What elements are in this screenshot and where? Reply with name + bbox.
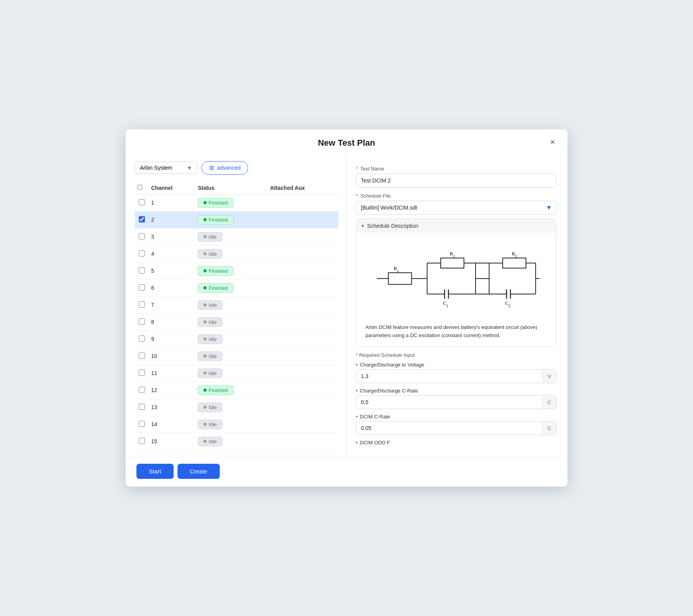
- dcim-odd-f-label: DCIM ODD F: [356, 440, 557, 446]
- channel-table: Channel Status Attached Aux 1 Finished: [135, 182, 338, 450]
- chevron-icon: ▾: [362, 223, 364, 229]
- status-badge: Idle: [198, 232, 222, 242]
- status-badge: Finished: [198, 283, 233, 293]
- channel-checkbox[interactable]: [139, 438, 145, 444]
- channel-checkbox[interactable]: [139, 370, 145, 376]
- channel-status: Finished: [195, 262, 267, 279]
- status-dot-icon: [203, 201, 207, 204]
- new-test-plan-modal: New Test Plan × Arbin System ▼ ⚙ advance…: [126, 129, 567, 487]
- channel-number: 4: [149, 245, 195, 262]
- charge-discharge-crate-input[interactable]: [356, 396, 542, 409]
- channel-status: Idle: [195, 416, 267, 433]
- channel-number: 2: [149, 211, 195, 228]
- channel-checkbox[interactable]: [139, 250, 145, 256]
- status-badge: Finished: [198, 215, 233, 225]
- table-row: 14 Idle: [135, 416, 338, 433]
- status-badge: Idle: [198, 300, 222, 310]
- channel-status: Idle: [195, 313, 267, 330]
- system-row: Arbin System ▼ ⚙ advanced: [135, 161, 338, 175]
- channel-checkbox[interactable]: [139, 233, 145, 239]
- modal-header: New Test Plan ×: [126, 129, 567, 154]
- select-all-checkbox[interactable]: [137, 185, 142, 190]
- channel-checkbox[interactable]: [139, 353, 145, 359]
- channel-status: Idle: [195, 245, 267, 262]
- row-checkbox-cell: [135, 194, 149, 211]
- channel-status: Finished: [195, 279, 267, 296]
- row-checkbox-cell: [135, 279, 149, 296]
- channel-checkbox[interactable]: [139, 284, 145, 291]
- status-dot-icon: [203, 320, 207, 323]
- col-channel: Channel: [149, 182, 195, 194]
- channel-tbody: 1 Finished 2 Finished 3 Idle: [135, 194, 338, 450]
- channel-number: 6: [149, 279, 195, 296]
- channel-checkbox[interactable]: [139, 387, 145, 393]
- left-panel: Arbin System ▼ ⚙ advanced Channel Status: [126, 154, 346, 458]
- channel-status: Idle: [195, 365, 267, 382]
- close-button[interactable]: ×: [547, 136, 558, 148]
- channel-checkbox[interactable]: [139, 199, 145, 205]
- charge-discharge-crate-field: C: [356, 395, 557, 409]
- channel-checkbox[interactable]: [139, 336, 145, 342]
- svg-rect-20: [503, 258, 526, 268]
- attached-aux: [268, 416, 338, 433]
- channel-number: 5: [149, 262, 195, 279]
- row-checkbox-cell: [135, 313, 149, 330]
- table-row: 7 Idle: [135, 296, 338, 313]
- status-badge: Idle: [198, 351, 222, 361]
- create-button[interactable]: Create: [178, 464, 220, 479]
- schedule-desc-header[interactable]: ▾ Schedule Description: [356, 219, 556, 233]
- status-badge: Idle: [198, 437, 222, 446]
- channel-number: 12: [149, 382, 195, 399]
- channel-status: Finished: [195, 382, 267, 399]
- attached-aux: [268, 245, 338, 262]
- status-dot-icon: [203, 235, 207, 238]
- system-select[interactable]: Arbin System ▼: [135, 162, 197, 174]
- status-badge: Finished: [198, 385, 233, 395]
- input-dcim-crate: DCIM C-Rate C: [356, 414, 557, 435]
- attached-aux: [268, 211, 338, 228]
- channel-checkbox[interactable]: [139, 216, 145, 222]
- footer-buttons: Start Create: [126, 457, 567, 487]
- dcim-crate-input[interactable]: [356, 422, 542, 435]
- dropdown-arrow-icon: ▼: [187, 165, 192, 171]
- channel-checkbox[interactable]: [139, 301, 145, 308]
- charge-discharge-voltage-field: V: [356, 369, 557, 383]
- channel-checkbox[interactable]: [139, 267, 145, 274]
- schedule-file-select-wrapper: [BuiltIn] Work/DCIM.sdt ▼: [356, 201, 557, 215]
- circuit-diagram: Rs R1: [365, 240, 547, 317]
- channel-status: Idle: [195, 399, 267, 416]
- row-checkbox-cell: [135, 365, 149, 382]
- svg-text:R1: R1: [450, 251, 455, 258]
- svg-rect-0: [388, 273, 412, 284]
- table-row: 10 Idle: [135, 348, 338, 365]
- start-button[interactable]: Start: [136, 464, 174, 479]
- schedule-file-select[interactable]: [BuiltIn] Work/DCIM.sdt: [356, 201, 557, 215]
- channel-checkbox[interactable]: [139, 421, 145, 427]
- table-header-row: Channel Status Attached Aux: [135, 182, 338, 194]
- attached-aux: [268, 348, 338, 365]
- status-badge: Idle: [198, 403, 222, 412]
- input-dcim-odd-f: DCIM ODD F: [356, 440, 557, 446]
- channel-number: 11: [149, 365, 195, 382]
- svg-text:Rs: Rs: [394, 265, 399, 273]
- channel-status: Idle: [195, 348, 267, 365]
- row-checkbox-cell: [135, 245, 149, 262]
- row-checkbox-cell: [135, 330, 149, 348]
- schedule-file-label: * Schedule File: [356, 193, 557, 199]
- gear-icon: ⚙: [209, 164, 214, 172]
- channel-checkbox[interactable]: [139, 318, 145, 325]
- test-name-input[interactable]: [356, 174, 557, 188]
- charge-discharge-voltage-input[interactable]: [356, 370, 542, 383]
- row-checkbox-cell: [135, 399, 149, 416]
- advanced-button[interactable]: ⚙ advanced: [202, 161, 248, 175]
- channel-checkbox[interactable]: [139, 404, 145, 410]
- table-row: 13 Idle: [135, 399, 338, 416]
- voltage-unit: V: [542, 370, 556, 383]
- status-dot-icon: [203, 303, 207, 306]
- status-dot-icon: [203, 440, 207, 443]
- attached-aux: [268, 313, 338, 330]
- channel-status: Finished: [195, 194, 267, 211]
- charge-discharge-voltage-label: Charge/Discharge to Voltage: [356, 362, 557, 368]
- channel-number: 14: [149, 416, 195, 433]
- attached-aux: [268, 296, 338, 313]
